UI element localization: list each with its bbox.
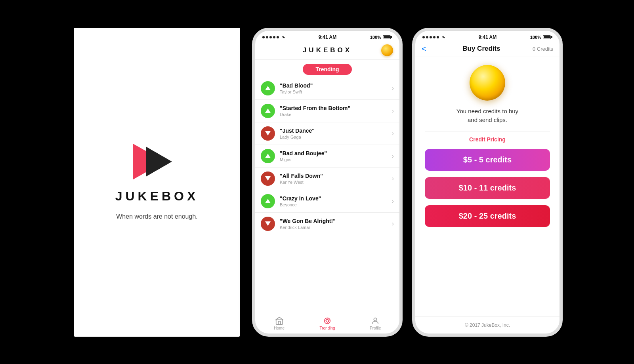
tab-profile-label: Profile <box>370 326 381 330</box>
splash-title: JUKEBOX <box>115 189 199 204</box>
trend-down-btn-5[interactable] <box>261 172 275 186</box>
tab-home-label: Home <box>274 326 285 330</box>
song-chevron-2: › <box>392 107 394 114</box>
song-artist-6: Beyonce <box>280 202 387 207</box>
svg-rect-0 <box>276 320 283 324</box>
splash-logo-icon <box>133 144 181 179</box>
tab-bar: Home Trending Profile <box>255 313 399 334</box>
trending-phone-frame: ∿ 9:41 AM 100% JUKEBOX Trending <box>252 28 403 337</box>
signal-area-buy: ∿ <box>422 35 445 39</box>
status-time-trending: 9:41 AM <box>319 34 337 40</box>
song-info-6: "Crazy in Love" Beyonce <box>275 195 392 207</box>
tab-home[interactable]: Home <box>255 313 303 334</box>
song-row-6[interactable]: "Crazy in Love" Beyonce › <box>255 190 399 213</box>
signal-area: ∿ <box>262 35 285 39</box>
tab-profile[interactable]: Profile <box>351 313 399 334</box>
credit-package-20[interactable]: $20 - 25 credits <box>425 205 550 227</box>
song-title-2: "Started From the Bottom" <box>280 105 387 111</box>
song-chevron-7: › <box>392 220 394 227</box>
arrow-down-icon-5 <box>265 176 271 181</box>
tab-trending-label: Trending <box>319 326 335 330</box>
song-info-3: "Just Dance" Lady Gaga <box>275 128 392 139</box>
buy-description: You need credits to buyand send clips. <box>456 107 518 125</box>
back-button[interactable]: < <box>422 44 433 53</box>
b-signal-dot-3 <box>430 36 432 38</box>
tab-trending[interactable]: Trending <box>303 313 351 334</box>
song-chevron-1: › <box>392 85 394 92</box>
song-list: "Bad Blood" Taylor Swift › "Started From… <box>255 77 399 313</box>
song-artist-4: Migos <box>280 157 387 162</box>
signal-dot-3 <box>269 36 272 38</box>
song-chevron-5: › <box>392 175 394 182</box>
trend-up-btn-1[interactable] <box>261 81 275 95</box>
arrow-up-icon-6 <box>265 199 271 203</box>
trending-badge: Trending <box>303 64 351 75</box>
song-row-5[interactable]: "All Falls Down" KanYe West › <box>255 168 399 190</box>
song-row-7[interactable]: "We Gon Be Alright!" Kendrick Lamar › <box>255 213 399 235</box>
battery-percent: 100% <box>370 35 381 40</box>
buy-content: You need credits to buyand send clips. C… <box>415 57 560 316</box>
trend-up-btn-4[interactable] <box>261 149 275 163</box>
song-title-6: "Crazy in Love" <box>280 195 387 202</box>
trending-badge-row: Trending <box>255 60 399 77</box>
app-header: JUKEBOX <box>255 42 399 60</box>
credit-package-10[interactable]: $10 - 11 credits <box>425 177 550 199</box>
trend-down-btn-3[interactable] <box>261 126 275 141</box>
arrow-up-icon-2 <box>265 109 271 113</box>
song-row-4[interactable]: "Bad and Boujee" Migos › <box>255 145 399 168</box>
trend-up-btn-6[interactable] <box>261 194 275 208</box>
trend-down-btn-7[interactable] <box>261 217 275 231</box>
song-row-1[interactable]: "Bad Blood" Taylor Swift › <box>255 77 399 100</box>
arrow-up-icon-1 <box>265 86 271 90</box>
play-arrow-dark-icon <box>146 147 172 177</box>
song-title-3: "Just Dance" <box>280 128 387 134</box>
song-artist-3: Lady Gaga <box>280 135 387 139</box>
battery-area-buy: 100% <box>530 35 552 40</box>
buy-title: Buy Credits <box>433 45 529 53</box>
song-row-2[interactable]: "Started From the Bottom" Drake › <box>255 100 399 122</box>
splash-subtitle: When words are not enough. <box>116 213 197 220</box>
song-info-4: "Bad and Boujee" Migos <box>275 150 392 162</box>
signal-dot-4 <box>273 36 275 38</box>
song-artist-5: KanYe West <box>280 180 387 185</box>
big-coin-icon <box>470 65 505 101</box>
song-chevron-6: › <box>392 198 394 205</box>
signal-dot-2 <box>266 36 268 38</box>
wifi-icon: ∿ <box>282 35 285 39</box>
b-signal-dot-1 <box>422 36 425 38</box>
song-chevron-3: › <box>392 130 394 137</box>
credit-pricing-label: Credit Pricing <box>425 131 550 143</box>
song-row-3[interactable]: "Just Dance" Lady Gaga › <box>255 122 399 145</box>
signal-dot-1 <box>262 36 265 38</box>
credit-package-5[interactable]: $5 - 5 credits <box>425 149 550 171</box>
song-title-1: "Bad Blood" <box>280 82 387 89</box>
song-info-5: "All Falls Down" KanYe West <box>275 173 392 185</box>
song-artist-1: Taylor Swift <box>280 90 387 94</box>
b-signal-dot-4 <box>433 36 435 38</box>
credits-count: 0 Credits <box>529 46 553 52</box>
battery-icon-buy <box>543 35 552 39</box>
signal-dot-5 <box>277 36 279 38</box>
status-bar-buy: ∿ 9:41 AM 100% <box>415 31 560 42</box>
arrow-down-icon-7 <box>265 221 271 226</box>
battery-icon <box>383 35 392 39</box>
app-title: JUKEBOX <box>273 46 381 54</box>
profile-icon <box>371 316 380 325</box>
coin-icon[interactable] <box>381 44 393 56</box>
song-title-4: "Bad and Boujee" <box>280 150 387 156</box>
svg-point-2 <box>374 318 377 320</box>
battery-percent-buy: 100% <box>530 35 541 40</box>
battery-area: 100% <box>370 35 392 40</box>
b-signal-dot-2 <box>426 36 428 38</box>
splash-panel: JUKEBOX When words are not enough. <box>74 28 240 337</box>
b-signal-dot-5 <box>437 36 439 38</box>
arrow-up-icon-4 <box>265 154 271 158</box>
wifi-icon-buy: ∿ <box>442 35 445 39</box>
song-artist-2: Drake <box>280 112 387 117</box>
status-time-buy: 9:41 AM <box>479 34 497 40</box>
song-title-5: "All Falls Down" <box>280 173 387 179</box>
trend-up-btn-2[interactable] <box>261 104 275 118</box>
home-icon <box>275 316 284 325</box>
buy-footer: © 2017 JukeBox, Inc. <box>415 316 560 334</box>
song-info-7: "We Gon Be Alright!" Kendrick Lamar <box>275 218 392 230</box>
